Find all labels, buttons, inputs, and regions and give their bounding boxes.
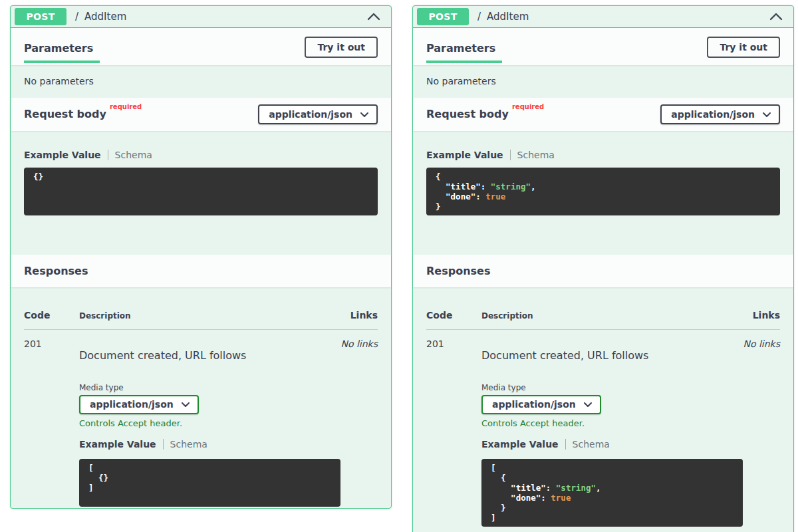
tab-divider (565, 439, 566, 450)
operation-body: Parameters Try it out No parameters Requ… (413, 28, 793, 527)
col-links: Links (753, 310, 780, 321)
try-it-out-button[interactable]: Try it out (305, 37, 378, 58)
chevron-down-icon (584, 402, 592, 407)
parameters-header: Parameters Try it out (413, 28, 793, 65)
request-example-code: {} (24, 168, 378, 215)
request-content-type-select[interactable]: application/json (258, 104, 378, 124)
request-example-section: Example Value Schema {} (11, 131, 391, 255)
response-example-code: [ {}] (79, 459, 340, 507)
tab-schema[interactable]: Schema (170, 439, 207, 450)
media-type-label: Media type (79, 383, 340, 392)
tab-example-value[interactable]: Example Value (481, 439, 559, 450)
responses-table: Code Description Links 201 Document crea… (413, 287, 793, 527)
chevron-down-icon (182, 402, 190, 407)
response-code: 201 (426, 338, 481, 527)
responses-header: Responses (413, 255, 793, 287)
example-tabs: Example Value Schema (79, 439, 340, 450)
operation-panel: POST / AddItem Parameters Try it out No … (412, 5, 794, 532)
tab-example-value[interactable]: Example Value (79, 439, 156, 450)
example-tabs: Example Value Schema (481, 439, 743, 450)
response-description: Document created, URL follows (79, 349, 340, 362)
media-type-select[interactable]: application/json (481, 395, 601, 414)
response-row: 201 Document created, URL follows Media … (426, 330, 780, 527)
chevron-down-icon (763, 112, 771, 117)
parameters-title: Parameters (426, 28, 502, 63)
accept-header-note: Controls Accept header. (79, 418, 340, 429)
path-name: AddItem (84, 11, 126, 23)
request-content-type-value: application/json (671, 109, 755, 120)
responses-title: Responses (24, 265, 88, 277)
method-badge: POST (15, 8, 66, 26)
operation-summary[interactable]: POST / AddItem (413, 6, 793, 28)
required-badge: required (110, 103, 142, 110)
no-parameters-text: No parameters (11, 65, 391, 98)
col-description: Description (481, 311, 753, 321)
operation-summary[interactable]: POST / AddItem (11, 6, 391, 28)
chevron-up-icon[interactable] (367, 13, 380, 21)
operation-path: / AddItem (477, 11, 529, 23)
responses-table: Code Description Links 201 Document crea… (11, 287, 391, 507)
response-example-code: [ { "title": "string", "done": true }] (481, 459, 743, 527)
response-description-cell: Document created, URL follows Media type… (481, 338, 743, 527)
example-tabs: Example Value Schema (426, 150, 780, 160)
path-slash: / (477, 11, 481, 23)
request-body-label: Request bodyrequired (24, 108, 142, 121)
responses-table-head: Code Description Links (24, 287, 378, 330)
response-links: No links (340, 338, 378, 507)
operation-panel: POST / AddItem Parameters Try it out No … (10, 5, 392, 509)
example-tabs: Example Value Schema (24, 150, 378, 160)
media-type-label: Media type (481, 383, 743, 392)
tab-divider (108, 150, 108, 160)
operation-path: / AddItem (75, 11, 126, 23)
col-code: Code (426, 310, 481, 321)
operation-body: Parameters Try it out No parameters Requ… (11, 28, 391, 507)
request-body-header: Request bodyrequired application/json (413, 98, 793, 131)
tab-schema[interactable]: Schema (573, 439, 610, 450)
col-description: Description (79, 311, 350, 321)
col-code: Code (24, 310, 79, 321)
accept-header-note: Controls Accept header. (481, 418, 743, 429)
request-body-label-text: Request body (24, 108, 106, 121)
response-description-cell: Document created, URL follows Media type… (79, 338, 340, 507)
path-name: AddItem (487, 11, 529, 23)
path-slash: / (75, 11, 78, 23)
request-body-header: Request bodyrequired application/json (11, 98, 391, 131)
required-badge: required (512, 103, 544, 110)
tab-example-value[interactable]: Example Value (24, 150, 101, 161)
media-type-value: application/json (90, 399, 174, 410)
request-example-code: { "title": "string", "done": true} (426, 168, 780, 215)
responses-table-head: Code Description Links (426, 287, 780, 330)
method-badge: POST (417, 8, 469, 26)
request-content-type-select[interactable]: application/json (660, 104, 780, 124)
response-links: No links (743, 338, 780, 527)
tab-divider (510, 150, 511, 160)
parameters-header: Parameters Try it out (11, 28, 391, 65)
col-links: Links (350, 310, 378, 321)
chevron-down-icon (360, 112, 368, 117)
tab-example-value[interactable]: Example Value (426, 150, 503, 161)
response-row: 201 Document created, URL follows Media … (24, 330, 378, 507)
response-description: Document created, URL follows (481, 349, 743, 362)
tab-divider (163, 439, 164, 450)
no-parameters-text: No parameters (413, 65, 793, 98)
parameters-title: Parameters (24, 28, 100, 63)
tab-schema[interactable]: Schema (517, 150, 555, 161)
request-body-label: Request bodyrequired (426, 108, 544, 121)
chevron-up-icon[interactable] (769, 13, 783, 21)
response-code: 201 (24, 338, 79, 507)
media-type-select[interactable]: application/json (79, 395, 199, 414)
request-body-label-text: Request body (426, 108, 509, 121)
tab-schema[interactable]: Schema (115, 150, 152, 161)
request-example-section: Example Value Schema { "title": "string"… (413, 131, 793, 255)
try-it-out-button[interactable]: Try it out (707, 37, 780, 58)
request-content-type-value: application/json (269, 109, 352, 120)
responses-header: Responses (11, 255, 391, 287)
media-type-value: application/json (492, 399, 576, 410)
responses-title: Responses (426, 265, 490, 277)
